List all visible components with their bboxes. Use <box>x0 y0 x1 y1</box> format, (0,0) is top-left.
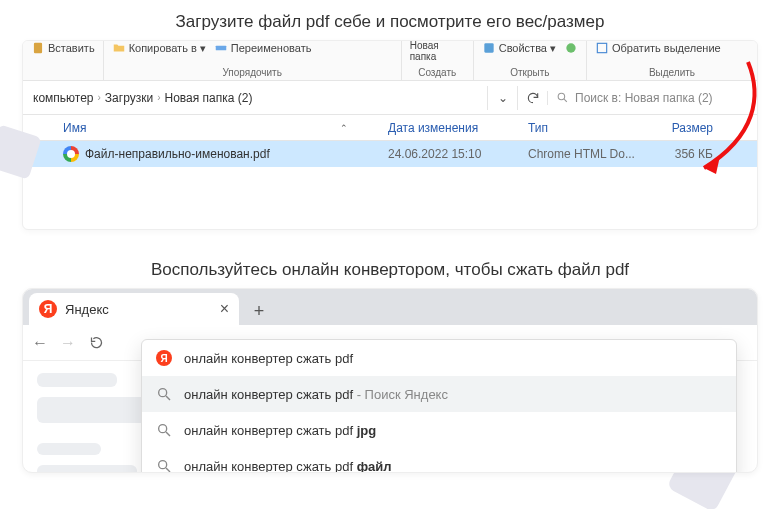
clipboard-icon <box>31 41 45 55</box>
search-placeholder: Поиск в: Новая папка (2) <box>575 91 713 105</box>
back-button[interactable]: ← <box>31 334 49 352</box>
breadcrumb-item[interactable]: компьютер <box>33 91 94 105</box>
svg-rect-1 <box>216 46 227 51</box>
column-header-size[interactable]: Размер <box>658 121 733 135</box>
ribbon-group-open-label: Открыть <box>474 67 586 78</box>
file-date: 24.06.2022 15:10 <box>388 147 528 161</box>
explorer-search-input[interactable]: Поиск в: Новая папка (2) <box>547 91 757 105</box>
chevron-right-icon: › <box>98 92 101 103</box>
tab-title: Яндекс <box>65 302 109 317</box>
column-header-type[interactable]: Тип <box>528 121 658 135</box>
suggestion-text: онлайн конвертер сжать pdf jpg <box>184 423 376 438</box>
search-icon <box>556 91 569 104</box>
file-row[interactable]: Файл-неправильно-именован.pdf 24.06.2022… <box>23 141 757 167</box>
reload-button[interactable] <box>87 334 105 352</box>
chevron-right-icon: › <box>157 92 160 103</box>
svg-point-5 <box>558 93 565 100</box>
column-header-date[interactable]: Дата изменения <box>388 121 528 135</box>
paste-button[interactable]: Вставить <box>31 41 95 55</box>
svg-rect-0 <box>34 43 42 54</box>
refresh-icon <box>526 91 540 105</box>
instruction-heading-2: Воспользуйтесь онлайн конвертором, чтобы… <box>0 248 780 288</box>
breadcrumb-item[interactable]: Новая папка (2) <box>165 91 253 105</box>
copy-to-label: Копировать в <box>129 42 197 54</box>
search-icon <box>156 458 172 473</box>
svg-line-13 <box>166 468 170 472</box>
chrome-file-icon <box>63 146 79 162</box>
address-bar-row: компьютер › Загрузки › Новая папка (2) ⌄… <box>23 81 757 115</box>
rename-label: Переименовать <box>231 42 312 54</box>
suggestion-item[interactable]: онлайн конвертер сжать pdf jpg <box>142 412 736 448</box>
properties-button[interactable]: Свойства ▾ <box>482 41 556 55</box>
svg-line-11 <box>166 432 170 436</box>
suggestion-text: онлайн конвертер сжать pdf <box>184 351 353 366</box>
browser-tab[interactable]: Я Яндекс × <box>29 293 239 325</box>
svg-point-8 <box>159 389 167 397</box>
svg-rect-2 <box>484 43 493 52</box>
yandex-logo-icon: Я <box>156 350 172 366</box>
search-icon <box>156 386 172 402</box>
svg-point-3 <box>566 43 575 52</box>
suggestion-text: онлайн конвертер сжать pdf - Поиск Яндек… <box>184 387 448 402</box>
edit-icon <box>564 41 578 55</box>
refresh-button[interactable] <box>517 86 547 110</box>
sort-caret-icon: ⌃ <box>340 123 348 133</box>
edit-button[interactable] <box>564 41 578 55</box>
search-suggestions-dropdown: Яонлайн конвертер сжать pdfонлайн конвер… <box>141 339 737 473</box>
address-dropdown-button[interactable]: ⌄ <box>487 86 517 110</box>
suggestion-item[interactable]: онлайн конвертер сжать pdf файл <box>142 448 736 473</box>
column-headers: Имя ⌃ Дата изменения Тип Размер <box>23 115 757 141</box>
ribbon-group-organize-label: Упорядочить <box>104 67 401 78</box>
svg-point-12 <box>159 461 167 469</box>
svg-line-9 <box>166 396 170 400</box>
file-type: Chrome HTML Do... <box>528 147 658 161</box>
ribbon-toolbar: Вставить Копировать в ▾ Переименовать Уп… <box>23 41 757 81</box>
rename-button[interactable]: Переименовать <box>214 41 312 55</box>
rename-icon <box>214 41 228 55</box>
close-tab-button[interactable]: × <box>220 300 229 318</box>
svg-point-10 <box>159 425 167 433</box>
new-tab-button[interactable]: + <box>245 297 273 325</box>
invert-selection-label: Обратить выделение <box>612 42 721 54</box>
file-explorer-window: Вставить Копировать в ▾ Переименовать Уп… <box>22 40 758 230</box>
properties-icon <box>482 41 496 55</box>
paste-label: Вставить <box>48 42 95 54</box>
ribbon-group-select-label: Выделить <box>587 67 757 78</box>
copy-to-button[interactable]: Копировать в ▾ <box>112 41 206 55</box>
new-folder-button[interactable]: Новая папка <box>410 41 439 62</box>
ribbon-group-create-label: Создать <box>402 67 473 78</box>
suggestion-text: онлайн конвертер сжать pdf файл <box>184 459 392 474</box>
folder-copy-icon <box>112 41 126 55</box>
file-name: Файл-неправильно-именован.pdf <box>85 147 270 161</box>
suggestion-item[interactable]: Яонлайн конвертер сжать pdf <box>142 340 736 376</box>
explorer-empty-area <box>23 167 757 229</box>
svg-line-6 <box>564 99 567 102</box>
yandex-logo-icon: Я <box>39 300 57 318</box>
forward-button[interactable]: → <box>59 334 77 352</box>
breadcrumb-item[interactable]: Загрузки <box>105 91 153 105</box>
column-header-name[interactable]: Имя ⌃ <box>63 121 388 135</box>
browser-window: Я Яндекс × + ← → Яонлайн конвертер сжать… <box>22 288 758 473</box>
tab-bar: Я Яндекс × + <box>23 289 757 325</box>
breadcrumb[interactable]: компьютер › Загрузки › Новая папка (2) <box>23 91 487 105</box>
reload-icon <box>89 335 104 350</box>
svg-rect-4 <box>597 43 606 52</box>
instruction-heading-1: Загрузите файл pdf себе и посмотрите его… <box>0 0 780 40</box>
page-skeleton <box>37 373 147 473</box>
invert-selection-button[interactable]: Обратить выделение <box>595 41 721 55</box>
suggestion-item[interactable]: онлайн конвертер сжать pdf - Поиск Яндек… <box>142 376 736 412</box>
file-size: 356 КБ <box>658 147 733 161</box>
search-icon <box>156 422 172 438</box>
invert-selection-icon <box>595 41 609 55</box>
new-folder-label: Новая папка <box>410 41 439 62</box>
properties-label: Свойства <box>499 42 547 54</box>
